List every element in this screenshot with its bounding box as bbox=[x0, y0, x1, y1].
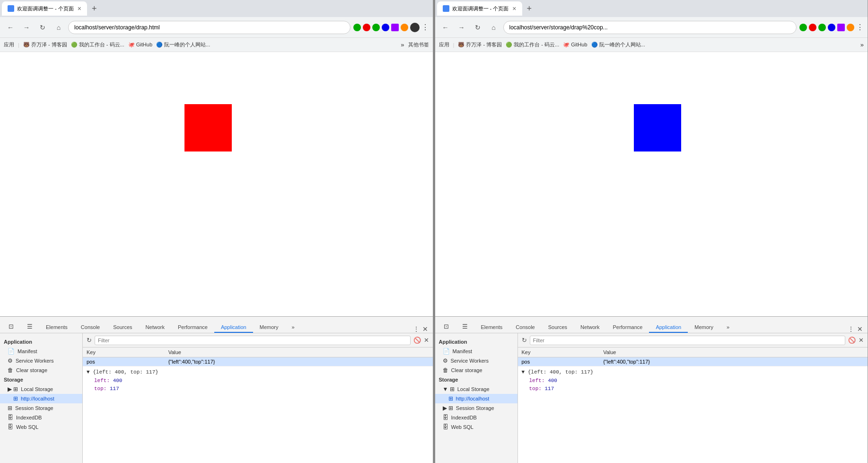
ext-icon-1g[interactable] bbox=[410, 23, 420, 32]
tab-close-1[interactable]: × bbox=[78, 5, 81, 12]
bm-qwz-1[interactable]: 🐻 乔万泽 - 博客园 bbox=[23, 41, 67, 48]
dt-tab-more-1[interactable]: » bbox=[285, 322, 301, 333]
sidebar-local-storage-1[interactable]: ▶ ⊞ Local Storage bbox=[0, 384, 82, 394]
sidebar-sw-1[interactable]: ⚙ Service Workers bbox=[0, 356, 82, 365]
bm-github-1[interactable]: 🐙 GitHub bbox=[128, 42, 152, 48]
sidebar-session-storage-2[interactable]: ▶ ⊞ Session Storage bbox=[435, 403, 517, 413]
ext-icon-1b[interactable] bbox=[363, 24, 370, 31]
refresh-button-1[interactable]: ↻ bbox=[36, 21, 49, 34]
bm-others-1[interactable]: 其他书签 bbox=[408, 41, 429, 48]
dt-tab-console-2[interactable]: Console bbox=[509, 322, 541, 333]
ext-icon-1f[interactable] bbox=[401, 24, 408, 31]
sidebar-session-storage-1[interactable]: ⊞ Session Storage bbox=[0, 403, 82, 413]
ext-icon-1e[interactable] bbox=[391, 24, 399, 31]
url-input-1[interactable] bbox=[68, 21, 351, 34]
dt-tab-sources-1[interactable]: Sources bbox=[106, 322, 139, 333]
sidebar-manifest-2[interactable]: 📄 Manifest bbox=[435, 347, 517, 356]
forward-button-2[interactable]: → bbox=[455, 21, 468, 34]
dt-tab-performance-2[interactable]: Performance bbox=[606, 322, 649, 333]
ext-icon-2a[interactable] bbox=[799, 24, 807, 31]
expand-arrow-1[interactable]: ▼ bbox=[87, 369, 90, 375]
sidebar-websql-2[interactable]: 🗄 Web SQL bbox=[435, 422, 517, 432]
dt-tab-console-1[interactable]: Console bbox=[74, 322, 106, 333]
active-tab-1[interactable]: 欢迎面调调整一 - 个页面 × bbox=[2, 1, 87, 16]
filter-block-icon-2[interactable]: 🚫 bbox=[848, 337, 856, 344]
dt-tab-application-2[interactable]: Application bbox=[649, 322, 688, 333]
filter-refresh-2[interactable]: ↻ bbox=[522, 337, 527, 344]
back-button-2[interactable]: ← bbox=[439, 21, 452, 34]
ext-icon-1a[interactable] bbox=[353, 24, 361, 31]
draggable-box-2[interactable] bbox=[634, 104, 681, 151]
sidebar-local-storage-2[interactable]: ▼ ⊞ Local Storage bbox=[435, 384, 517, 394]
sidebar-clear-2[interactable]: 🗑 Clear storage bbox=[435, 365, 517, 375]
dt-tab-application-1[interactable]: Application bbox=[214, 322, 253, 333]
dt-tab-inspect-1[interactable]: ☰ bbox=[20, 321, 39, 333]
home-button-2[interactable]: ⌂ bbox=[487, 21, 500, 34]
ext-icon-2b[interactable] bbox=[809, 24, 816, 31]
new-tab-button-1[interactable]: + bbox=[88, 4, 101, 14]
bm-ruan-2[interactable]: 🔵 阮一峰的个人网站... bbox=[591, 41, 645, 48]
new-tab-button-2[interactable]: + bbox=[523, 4, 536, 14]
bm-qwz-2[interactable]: 🐻 乔万泽 - 博客园 bbox=[458, 41, 502, 48]
table-scroll-2[interactable]: Key Value pos {"left":400,"top":117} bbox=[518, 347, 868, 463]
dt-tab-sources-2[interactable]: Sources bbox=[542, 322, 574, 333]
tab-close-2[interactable]: × bbox=[512, 5, 516, 12]
dt-close-icon-2[interactable]: ✕ bbox=[857, 325, 863, 333]
dt-tab-cursor-1[interactable]: ⊡ bbox=[2, 321, 20, 333]
bm-more-1[interactable]: » bbox=[401, 41, 404, 48]
filter-clear-2[interactable]: ✕ bbox=[859, 337, 864, 344]
dt-tab-inspect-2[interactable]: ☰ bbox=[456, 321, 474, 333]
menu-button-1[interactable]: ⋮ bbox=[421, 23, 429, 32]
active-tab-2[interactable]: 欢迎面调调整一 - 个页面 × bbox=[437, 1, 522, 16]
filter-clear-1[interactable]: ✕ bbox=[424, 337, 429, 344]
bm-github-2[interactable]: 🐙 GitHub bbox=[563, 42, 587, 48]
dt-tab-network-1[interactable]: Network bbox=[139, 322, 171, 333]
dt-tab-memory-2[interactable]: Memory bbox=[688, 322, 720, 333]
expand-arrow-2[interactable]: ▼ bbox=[522, 369, 525, 375]
filter-input-1[interactable] bbox=[95, 336, 411, 345]
dt-tab-network-2[interactable]: Network bbox=[574, 322, 606, 333]
table-row-pos-1[interactable]: pos {"left":400,"top":117} bbox=[83, 357, 433, 366]
table-scroll-1[interactable]: Key Value pos {"left":400,"top":117} bbox=[83, 347, 433, 463]
ext-icon-2c[interactable] bbox=[818, 24, 826, 31]
ext-icon-1c[interactable] bbox=[372, 24, 380, 31]
dt-tab-more-2[interactable]: » bbox=[720, 322, 736, 333]
bm-work-2[interactable]: 🟢 我的工作台 - 码云... bbox=[506, 41, 559, 48]
dt-tab-elements-2[interactable]: Elements bbox=[474, 322, 509, 333]
bm-apps-2[interactable]: 应用 bbox=[439, 41, 449, 48]
sidebar-localhost-1[interactable]: ⊞ http://localhost bbox=[0, 394, 82, 403]
dt-close-icon-1[interactable]: ✕ bbox=[422, 325, 428, 333]
url-input-2[interactable] bbox=[503, 21, 797, 34]
dt-tab-performance-1[interactable]: Performance bbox=[171, 322, 214, 333]
filter-refresh-1[interactable]: ↻ bbox=[87, 337, 92, 344]
bm-more-2[interactable]: » bbox=[860, 41, 864, 48]
bm-apps-1[interactable]: 应用 bbox=[4, 41, 14, 48]
dt-more-icon-1[interactable]: ⋮ bbox=[413, 325, 420, 333]
table-row-pos-2[interactable]: pos {"left":400,"top":117} bbox=[518, 357, 868, 366]
ext-icon-2f[interactable] bbox=[847, 24, 854, 31]
draggable-box-1[interactable] bbox=[184, 104, 232, 151]
dt-more-icon-2[interactable]: ⋮ bbox=[848, 325, 854, 333]
sidebar-websql-1[interactable]: 🗄 Web SQL bbox=[0, 422, 82, 432]
sidebar-localhost-2[interactable]: ⊞ http://localhost bbox=[435, 394, 517, 403]
dt-tab-memory-1[interactable]: Memory bbox=[253, 322, 285, 333]
menu-button-2[interactable]: ⋮ bbox=[856, 23, 864, 32]
ext-icon-1d[interactable] bbox=[382, 24, 389, 31]
forward-button-1[interactable]: → bbox=[20, 21, 33, 34]
refresh-button-2[interactable]: ↻ bbox=[471, 21, 484, 34]
sidebar-manifest-1[interactable]: 📄 Manifest bbox=[0, 347, 82, 356]
home-button-1[interactable]: ⌂ bbox=[52, 21, 65, 34]
filter-block-icon-1[interactable]: 🚫 bbox=[413, 337, 421, 344]
dt-tab-elements-1[interactable]: Elements bbox=[39, 322, 74, 333]
filter-input-2[interactable] bbox=[530, 336, 846, 345]
sidebar-indexeddb-1[interactable]: 🗄 IndexedDB bbox=[0, 413, 82, 422]
bm-ruan-1[interactable]: 🔵 阮一峰的个人网站... bbox=[156, 41, 210, 48]
sidebar-sw-2[interactable]: ⚙ Service Workers bbox=[435, 356, 517, 365]
sidebar-clear-1[interactable]: 🗑 Clear storage bbox=[0, 365, 82, 375]
ext-icon-2d[interactable] bbox=[828, 24, 835, 31]
back-button-1[interactable]: ← bbox=[4, 21, 17, 34]
sidebar-indexeddb-2[interactable]: 🗄 IndexedDB bbox=[435, 413, 517, 422]
bm-work-1[interactable]: 🟢 我的工作台 - 码云... bbox=[71, 41, 124, 48]
dt-tab-cursor-2[interactable]: ⊡ bbox=[437, 321, 456, 333]
ext-icon-2e[interactable] bbox=[837, 24, 845, 31]
